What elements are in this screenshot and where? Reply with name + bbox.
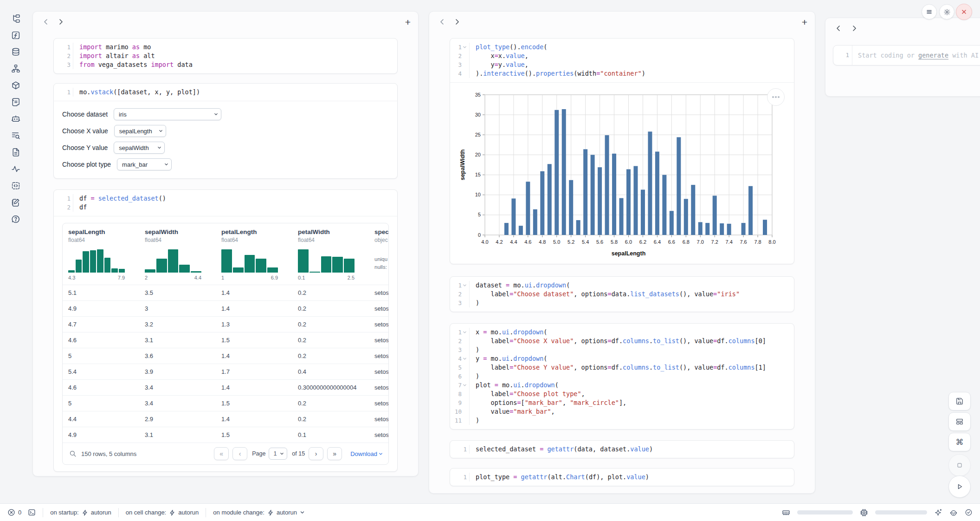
save-button[interactable] — [948, 392, 971, 410]
chevron-right-icon[interactable] — [55, 16, 66, 27]
on-startup-setting[interactable]: on startup: autorun — [50, 509, 111, 516]
column-name[interactable]: sepalLength — [68, 228, 134, 235]
table-row[interactable]: 5.43.91.70.4setos — [63, 364, 388, 379]
table-row[interactable]: 4.73.21.30.2setos — [63, 316, 388, 332]
code-line[interactable]: 3) — [450, 345, 794, 354]
code-line[interactable]: 2df — [54, 203, 397, 212]
code-cell-selected-dataset[interactable]: 1selected_dataset = getattr(data, datase… — [450, 440, 794, 458]
code-line[interactable]: 1import marimo as mo — [54, 43, 397, 52]
code-line[interactable]: 1plot_type = getattr(alt.Chart(df), plot… — [450, 473, 794, 482]
code-line[interactable]: 4).interactive().properties(width="conta… — [450, 69, 794, 78]
code-line[interactable]: 1x = mo.ui.dropdown( — [450, 328, 794, 337]
chevron-left-icon[interactable] — [40, 16, 52, 27]
code-cell-plot-type[interactable]: 1plot_type = getattr(alt.Chart(df), plot… — [450, 468, 794, 486]
add-cell-button[interactable]: + — [802, 17, 807, 27]
code-cell-dataframe[interactable]: 1df = selected_dataset()2df sepalLengthf… — [53, 189, 398, 472]
code-line[interactable]: 3 y=y.value, — [450, 60, 794, 69]
column-histogram[interactable] — [68, 248, 125, 273]
code-line[interactable]: 1selected_dataset = getattr(data, datase… — [450, 445, 794, 454]
on-cell-change-setting[interactable]: on cell change: autorun — [126, 509, 199, 516]
text-search-icon[interactable] — [11, 131, 20, 140]
prev-page-button[interactable]: ‹ — [232, 447, 247, 460]
documentation-icon[interactable] — [11, 148, 20, 157]
close-button[interactable] — [956, 4, 972, 20]
menu-button[interactable] — [922, 4, 937, 20]
code-cell-vstack[interactable]: 1mo.vstack([dataset, x, y, plot]) Choose… — [53, 83, 398, 179]
column-histogram[interactable] — [145, 248, 201, 273]
tracing-activity-icon[interactable] — [11, 164, 20, 174]
generate-link[interactable]: generate — [918, 52, 948, 59]
code-line[interactable]: 3) — [450, 299, 794, 307]
bot-icon[interactable] — [949, 508, 958, 517]
stop-button[interactable] — [948, 454, 971, 476]
dropdown-select[interactable]: iris — [114, 108, 221, 120]
column-name[interactable]: petalLength — [221, 228, 287, 235]
code-line[interactable]: 3from vega_datasets import data — [54, 60, 397, 69]
snippets-icon[interactable] — [11, 181, 20, 190]
dropdown-select[interactable]: mark_bar — [117, 158, 172, 170]
code-line[interactable]: 7plot = mo.ui.dropdown( — [450, 381, 794, 390]
settings-gear-button[interactable] — [939, 4, 954, 20]
table-row[interactable]: 4.931.40.2setos — [63, 300, 388, 316]
table-row[interactable]: 4.63.41.40.3000000000000004setos — [63, 379, 388, 395]
code-line[interactable]: 2import altair as alt — [54, 52, 397, 60]
dropdown-select[interactable]: sepalWidth — [114, 142, 165, 154]
code-line[interactable]: 1mo.vstack([dataset, x, y, plot]) — [54, 88, 397, 97]
code-cell-xy-plot-dropdowns[interactable]: 1x = mo.ui.dropdown(2 label="Choose X va… — [450, 323, 794, 430]
empty-code-cell[interactable]: 1 Start coding or generate with AI — [833, 45, 980, 65]
file-tree-icon[interactable] — [11, 14, 20, 23]
code-line[interactable]: 8 label="Choose plot type", — [450, 390, 794, 398]
table-row[interactable]: 53.61.40.2setos — [63, 348, 388, 364]
column-name[interactable]: sepalWidth — [145, 228, 210, 235]
code-cell-plot[interactable]: 1plot_type().encode(2 x=x.value,3 y=y.va… — [450, 38, 794, 264]
code-line[interactable]: 2 label="Choose X value", options=df.col… — [450, 337, 794, 345]
code-cell-imports[interactable]: 1import marimo as mo2import altair as al… — [53, 38, 398, 74]
code-line[interactable]: 5 label="Choose Y value", options=df.col… — [450, 363, 794, 372]
cpu-usage-bar[interactable] — [875, 510, 927, 514]
column-name[interactable]: speci — [374, 228, 383, 235]
code-line[interactable]: 9 options=["mark_bar", "mark_circle"], — [450, 398, 794, 407]
table-row[interactable]: 5.13.51.40.2setos — [63, 285, 388, 300]
first-page-button[interactable]: « — [214, 447, 229, 460]
help-icon[interactable] — [11, 215, 20, 224]
connection-check-icon[interactable] — [965, 508, 973, 516]
dependency-graph-icon[interactable] — [11, 64, 20, 73]
keyboard-shortcuts-button[interactable]: ⌘ — [948, 433, 971, 451]
table-row[interactable]: 53.41.50.2setos — [63, 395, 388, 411]
code-line[interactable]: 1dataset = mo.ui.dropdown( — [450, 281, 794, 290]
code-line[interactable]: 6) — [450, 372, 794, 381]
scratchpad-notebook-icon[interactable] — [11, 198, 20, 207]
on-module-change-setting[interactable]: on module change: autorun — [213, 509, 305, 516]
code-line[interactable]: 10 value="mark_bar", — [450, 407, 794, 416]
column-histogram[interactable] — [221, 248, 278, 273]
next-page-button[interactable]: › — [309, 447, 323, 460]
memory-usage-bar[interactable] — [797, 510, 853, 514]
ai-sparkles-icon[interactable] — [934, 508, 942, 517]
terminal-button[interactable] — [28, 508, 36, 516]
column-histogram[interactable] — [298, 248, 355, 273]
table-row[interactable]: 4.42.91.40.2setos — [63, 411, 388, 427]
column-name[interactable]: petalWidth — [298, 228, 363, 235]
code-line[interactable]: 1df = selected_dataset() — [54, 194, 397, 203]
add-cell-button[interactable]: + — [405, 17, 411, 27]
chat-bot-icon[interactable] — [11, 114, 20, 124]
function-square-icon[interactable] — [11, 31, 20, 40]
dropdown-select[interactable]: sepalLength — [114, 125, 166, 137]
code-line[interactable]: 2 x=x.value, — [450, 52, 794, 60]
layout-button[interactable] — [948, 412, 971, 431]
errors-indicator[interactable]: 0 — [7, 508, 21, 516]
page-select[interactable]: 1 — [269, 448, 287, 460]
chart-menu-button[interactable] — [767, 88, 785, 106]
chevron-right-icon[interactable] — [849, 23, 860, 34]
download-button[interactable]: Download — [350, 450, 383, 457]
logs-scroll-icon[interactable] — [11, 98, 20, 107]
package-icon[interactable] — [11, 81, 20, 90]
database-icon[interactable] — [11, 47, 20, 57]
code-cell-dataset-dropdown[interactable]: 1dataset = mo.ui.dropdown(2 label="Choos… — [450, 276, 794, 312]
search-icon[interactable] — [69, 450, 77, 457]
code-line[interactable]: 4y = mo.ui.dropdown( — [450, 354, 794, 363]
last-page-button[interactable]: » — [327, 447, 342, 460]
code-line[interactable]: 1plot_type().encode( — [450, 43, 794, 52]
run-button[interactable] — [948, 475, 971, 498]
chevron-left-icon[interactable] — [833, 23, 844, 34]
